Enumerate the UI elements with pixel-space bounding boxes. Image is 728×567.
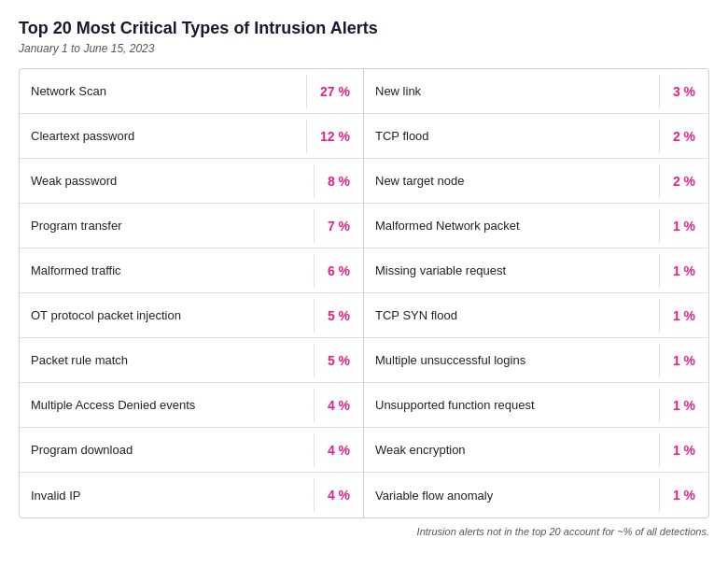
row-value: 3 % [659,75,708,108]
table-row: Variable flow anomaly 1 % [364,473,708,517]
row-label: New target node [364,164,659,197]
row-label: Weak password [20,164,314,197]
page-title: Top 20 Most Critical Types of Intrusion … [19,19,709,38]
row-label: Weak encryption [364,433,659,466]
table-row: Multiple Access Denied events 4 % [20,383,364,428]
table-row: Multiple unsuccessful logins 1 % [364,338,708,383]
row-label: OT protocol packet injection [20,299,314,332]
row-label: Cleartext password [20,120,306,152]
row-value: 5 % [314,299,363,333]
table-row: New target node 2 % [364,159,708,204]
table-row: Program download 4 % [20,428,364,473]
table-grid: Network Scan 27 % Cleartext password 12 … [20,69,708,517]
table-row: New link 3 % [364,69,708,114]
table-row: TCP flood 2 % [364,114,708,159]
row-value: 1 % [659,389,708,422]
left-table: Network Scan 27 % Cleartext password 12 … [20,69,364,517]
row-label: Program transfer [20,209,314,242]
table-row: Unsupported function request 1 % [364,383,708,428]
row-label: Invalid IP [20,479,314,512]
row-label: Missing variable request [364,254,659,287]
table-row: Malformed Network packet 1 % [364,204,708,248]
row-label: Program download [20,433,314,466]
row-value: 2 % [659,164,708,198]
date-range: January 1 to June 15, 2023 [19,42,709,55]
row-label: Unsupported function request [364,389,659,421]
row-label: Network Scan [20,75,306,107]
row-label: Multiple unsuccessful logins [364,344,659,376]
row-value: 1 % [659,433,708,467]
table-row: Malformed traffic 6 % [20,248,364,293]
table-row: OT protocol packet injection 5 % [20,293,364,338]
row-value: 7 % [314,209,363,243]
row-label: Variable flow anomaly [364,479,659,512]
row-value: 4 % [314,389,363,422]
table-row: Weak password 8 % [20,159,364,204]
footnote: Intrusion alerts not in the top 20 accou… [19,526,709,537]
table-row: Network Scan 27 % [20,69,364,114]
row-label: Malformed Network packet [364,209,659,242]
row-value: 1 % [659,344,708,377]
row-value: 1 % [659,478,708,512]
row-label: TCP flood [364,120,659,152]
row-value: 5 % [314,344,363,377]
table-row: Packet rule match 5 % [20,338,364,383]
right-table: New link 3 % TCP flood 2 % New target no… [364,69,708,517]
row-label: Multiple Access Denied events [20,389,314,421]
row-value: 1 % [659,299,708,333]
page-container: Top 20 Most Critical Types of Intrusion … [19,19,709,537]
data-table: Network Scan 27 % Cleartext password 12 … [19,68,709,518]
row-label: TCP SYN flood [364,299,659,332]
table-row: TCP SYN flood 1 % [364,293,708,338]
table-row: Missing variable request 1 % [364,248,708,293]
row-value: 2 % [659,120,708,153]
table-row: Weak encryption 1 % [364,428,708,473]
row-label: New link [364,75,659,107]
table-row: Invalid IP 4 % [20,473,364,517]
table-row: Program transfer 7 % [20,204,364,248]
row-value: 4 % [314,478,363,512]
row-value: 27 % [306,75,363,108]
row-label: Packet rule match [20,344,314,376]
table-row: Cleartext password 12 % [20,114,364,159]
row-value: 6 % [314,254,363,288]
row-label: Malformed traffic [20,254,314,287]
row-value: 1 % [659,209,708,243]
row-value: 4 % [314,433,363,467]
row-value: 8 % [314,164,363,198]
row-value: 1 % [659,254,708,288]
row-value: 12 % [306,120,363,153]
